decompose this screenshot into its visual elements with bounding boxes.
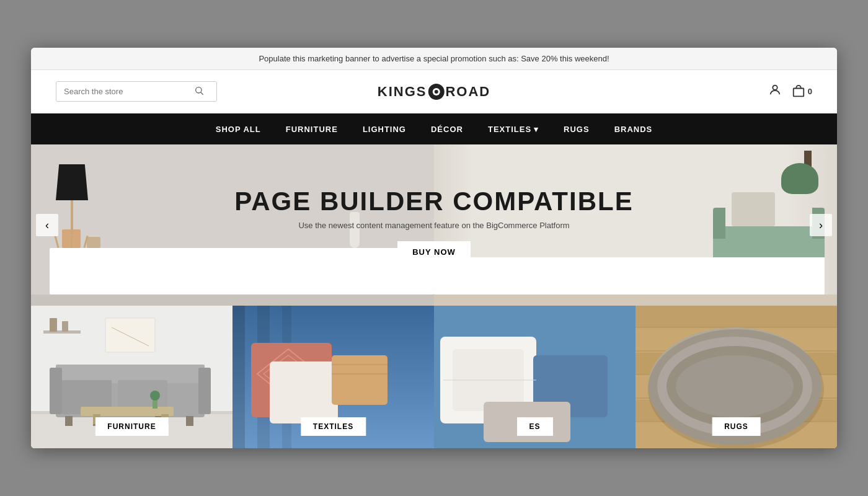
svg-rect-27 — [105, 318, 155, 352]
lamp-shade — [56, 164, 88, 200]
hero-cta-button[interactable]: BUY NOW — [397, 241, 471, 263]
category-card-textiles2[interactable]: ES — [434, 306, 636, 448]
furniture-label: FURNITURE — [95, 417, 168, 436]
search-container[interactable] — [56, 81, 217, 102]
svg-point-0 — [196, 87, 202, 93]
sofa-group — [713, 208, 825, 257]
sideboard — [50, 248, 434, 294]
rugs-label: RUGS — [712, 417, 761, 436]
navigation-bar: SHOP ALL FURNITURE LIGHTING DÉCOR TEXTIL… — [31, 113, 837, 144]
cart-icon — [792, 85, 805, 99]
lamp-feet — [56, 236, 87, 248]
svg-point-4 — [773, 86, 777, 90]
site-header: KINGS ROAD 0 — [31, 70, 837, 113]
search-icon — [194, 86, 204, 95]
decor-item-2 — [87, 237, 100, 248]
textiles2-label: ES — [516, 417, 552, 436]
lamp-leg-m — [71, 236, 73, 248]
svg-rect-49 — [636, 306, 837, 327]
lamp-leg-l — [54, 236, 59, 248]
nav-shop-all[interactable]: SHOP ALL — [203, 113, 273, 144]
slider-prev-button[interactable]: ‹ — [36, 214, 58, 236]
nav-brands[interactable]: BRANDS — [602, 113, 665, 144]
vase — [350, 212, 360, 248]
right-sideboard — [434, 257, 825, 294]
svg-point-26 — [150, 391, 160, 401]
sofa-seat — [713, 226, 825, 257]
svg-rect-5 — [794, 88, 804, 96]
user-account-button[interactable] — [768, 83, 782, 100]
svg-rect-31 — [232, 306, 245, 448]
lamp-pole — [71, 200, 73, 234]
lamp-group — [56, 164, 88, 248]
textiles-label: TEXTILES — [301, 417, 366, 436]
lamp-leg-r — [83, 236, 88, 248]
cart-button[interactable]: 0 — [792, 85, 812, 99]
nav-textiles[interactable]: TEXTILES ▾ — [476, 113, 551, 144]
slider-next-button[interactable]: › — [810, 214, 832, 236]
hero-floor — [31, 294, 434, 306]
category-card-rugs[interactable]: RUGS — [636, 306, 837, 448]
svg-rect-11 — [62, 321, 68, 332]
logo-text-right: ROAD — [445, 84, 490, 100]
browser-window: Populate this marketing banner to advert… — [31, 48, 837, 448]
marketing-banner: Populate this marketing banner to advert… — [31, 48, 837, 70]
svg-rect-38 — [270, 361, 338, 423]
nav-rugs[interactable]: RUGS — [551, 113, 602, 144]
nav-lighting[interactable]: LIGHTING — [350, 113, 418, 144]
svg-rect-15 — [198, 368, 211, 414]
hero-right-floor — [434, 294, 837, 306]
hero-slider: PAGE BUILDER COMPATIBLE Use the newest c… — [31, 144, 837, 306]
svg-rect-10 — [50, 318, 57, 332]
svg-line-1 — [201, 92, 203, 95]
sofa-arm-l — [713, 208, 725, 239]
banner-text: Populate this marketing banner to advert… — [259, 54, 609, 63]
svg-point-3 — [434, 90, 438, 94]
search-button[interactable] — [194, 86, 204, 97]
category-card-textiles[interactable]: TEXTILES — [232, 306, 434, 448]
plant-leaves — [781, 163, 818, 194]
hero-right-panel — [434, 144, 837, 306]
logo-circle — [428, 84, 444, 100]
site-logo[interactable]: KINGS ROAD — [378, 84, 490, 100]
svg-rect-21 — [186, 416, 193, 426]
cart-count: 0 — [808, 87, 812, 96]
category-card-furniture[interactable]: FURNITURE — [31, 306, 232, 448]
svg-rect-18 — [65, 416, 73, 426]
nav-furniture[interactable]: FURNITURE — [273, 113, 350, 144]
user-icon — [768, 83, 782, 97]
textiles-chevron-icon: ▾ — [534, 125, 539, 134]
logo-text-left: KINGS — [378, 84, 427, 100]
search-input[interactable] — [64, 87, 194, 96]
nav-decor[interactable]: DÉCOR — [418, 113, 476, 144]
header-icons: 0 — [768, 83, 812, 100]
sofa-pillow — [732, 192, 775, 226]
plant-group — [797, 151, 818, 194]
svg-rect-39 — [332, 355, 388, 405]
svg-rect-14 — [50, 368, 62, 414]
hero-left-panel — [31, 144, 434, 306]
category-grid: FURNITURE — [31, 306, 837, 448]
logo-circle-icon — [432, 87, 440, 96]
